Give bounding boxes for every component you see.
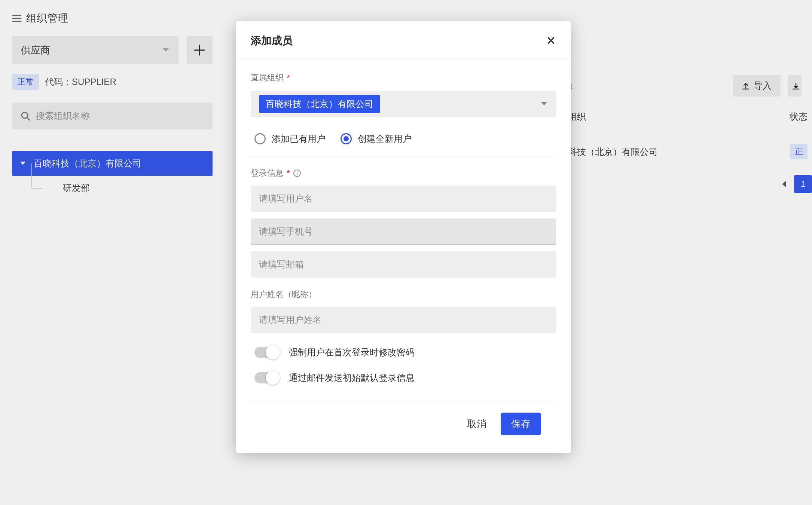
org-chip: 百晓科技（北京）有限公司 xyxy=(259,95,380,113)
email-input[interactable] xyxy=(259,259,548,270)
modal-body: 直属组织 * 百晓科技（北京）有限公司 添加已有用户 创建全新用户 xyxy=(236,59,571,453)
app-root: 组织管理 供应商 正常 代码：SUPPLIER xyxy=(0,0,812,505)
field-nickname-label: 用户姓名（昵称） xyxy=(251,289,556,300)
switch-force-password-row: 强制用户在首次登录时修改密码 xyxy=(251,346,556,358)
phone-input-wrap xyxy=(251,218,556,245)
info-icon[interactable] xyxy=(293,169,301,177)
toggle-knob xyxy=(266,371,280,385)
radio-icon xyxy=(254,133,266,144)
save-button[interactable]: 保存 xyxy=(501,413,541,435)
email-input-wrap xyxy=(251,251,556,278)
nickname-input[interactable] xyxy=(259,315,548,325)
nickname-input-wrap xyxy=(251,307,556,333)
switch-label: 强制用户在首次登录时修改密码 xyxy=(289,346,415,358)
radio-label: 添加已有用户 xyxy=(272,133,326,145)
switch-mail-info-row: 通过邮件发送初始默认登录信息 xyxy=(251,372,556,384)
modal-title: 添加成员 xyxy=(251,34,293,48)
field-login-label: 登录信息 * xyxy=(251,168,556,179)
caret-down-icon xyxy=(540,101,548,107)
username-input[interactable] xyxy=(259,193,548,204)
phone-input[interactable] xyxy=(259,226,548,237)
modal-footer: 取消 保存 xyxy=(251,401,556,449)
switch-label: 通过邮件发送初始默认登录信息 xyxy=(289,372,415,384)
mail-info-toggle[interactable] xyxy=(254,372,279,383)
force-password-toggle[interactable] xyxy=(254,347,279,358)
direct-org-select[interactable]: 百晓科技（北京）有限公司 xyxy=(251,91,556,117)
user-mode-radio-group: 添加已有用户 创建全新用户 xyxy=(251,133,556,156)
svg-rect-3 xyxy=(297,173,297,175)
modal-header: 添加成员 ✕ xyxy=(236,21,571,59)
required-mark: * xyxy=(287,73,290,83)
toggle-knob xyxy=(266,345,280,359)
username-input-wrap xyxy=(251,186,556,212)
required-mark: * xyxy=(287,168,290,178)
radio-existing-user[interactable]: 添加已有用户 xyxy=(254,133,326,145)
add-member-modal: 添加成员 ✕ 直属组织 * 百晓科技（北京）有限公司 添加已有用户 xyxy=(236,21,571,453)
radio-icon xyxy=(341,133,352,144)
cancel-button[interactable]: 取消 xyxy=(464,413,489,435)
close-icon[interactable]: ✕ xyxy=(546,35,556,47)
radio-new-user[interactable]: 创建全新用户 xyxy=(341,133,412,145)
svg-rect-2 xyxy=(297,171,297,172)
field-direct-org-label: 直属组织 * xyxy=(251,72,556,83)
radio-label: 创建全新用户 xyxy=(358,133,412,145)
